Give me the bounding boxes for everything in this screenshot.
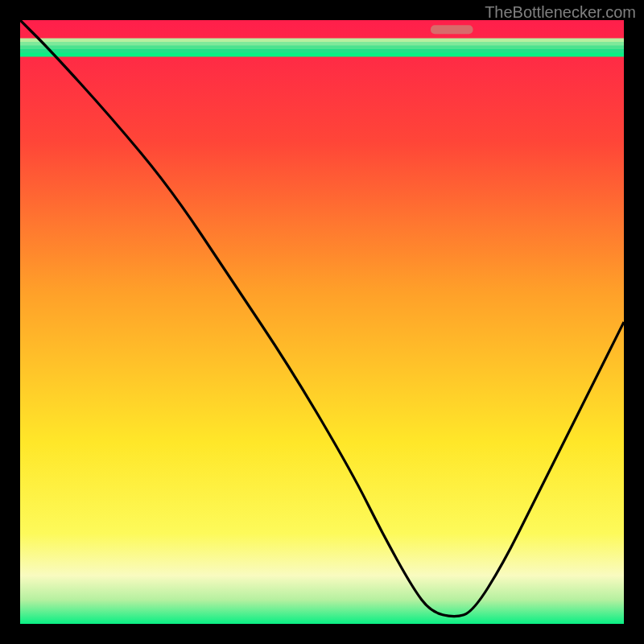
optimal-marker [431, 25, 473, 34]
plot-area [20, 20, 624, 624]
green-band [20, 39, 624, 57]
watermark-text: TheBottlenecker.com [485, 3, 636, 22]
chart-container: TheBottlenecker.com [0, 0, 644, 644]
gradient-background [20, 20, 624, 624]
svg-rect-0 [20, 39, 624, 43]
svg-rect-4 [20, 53, 624, 57]
svg-rect-2 [20, 46, 624, 50]
chart-svg [20, 20, 624, 624]
svg-rect-1 [20, 42, 624, 46]
svg-rect-3 [20, 49, 624, 53]
